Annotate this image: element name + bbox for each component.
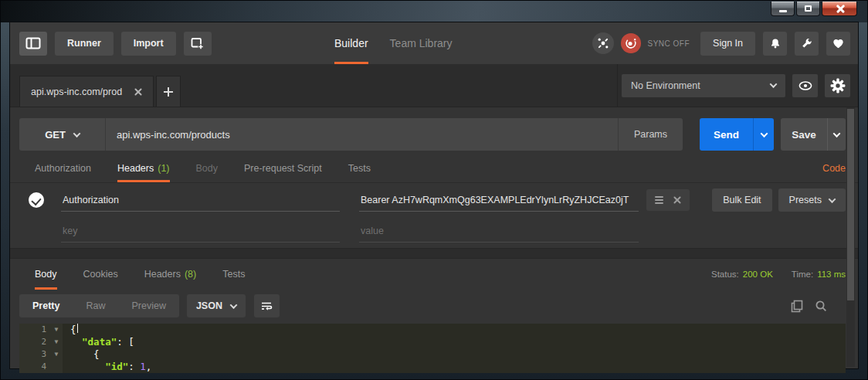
fold-toggle-icon[interactable]: ▼ <box>50 348 63 361</box>
favorites-button[interactable] <box>826 32 850 56</box>
time-value: 113 ms <box>817 270 846 279</box>
wrap-text-button[interactable] <box>254 294 280 317</box>
environment-preview-button[interactable] <box>792 74 818 97</box>
wrench-icon <box>801 38 812 49</box>
eye-icon <box>798 81 812 90</box>
generate-code-link[interactable]: Code <box>822 163 846 174</box>
tab-builder[interactable]: Builder <box>334 22 368 64</box>
time-label: Time: <box>792 270 813 279</box>
plus-icon <box>164 87 173 97</box>
chevron-down-icon <box>230 301 238 309</box>
header-enabled-checkbox[interactable] <box>29 192 44 208</box>
tab-headers[interactable]: Headers(1) <box>117 154 170 182</box>
view-mode-segmented-control: Pretty Raw Preview <box>19 294 179 317</box>
code-line: 4 "id": 1, <box>19 361 846 373</box>
window-controls <box>771 2 857 16</box>
copy-icon[interactable] <box>791 300 803 313</box>
chevron-down-icon <box>760 130 768 137</box>
new-window-button[interactable] <box>184 32 212 56</box>
header-key-input[interactable] <box>61 188 340 212</box>
text-cursor <box>77 324 79 333</box>
url-input[interactable] <box>106 118 618 151</box>
sync-off-icon <box>620 32 642 55</box>
environment-selector[interactable]: No Environment <box>622 74 785 97</box>
maximize-button[interactable] <box>796 2 820 16</box>
tab-body[interactable]: Body <box>196 154 219 182</box>
bulk-edit-button[interactable]: Bulk Edit <box>712 188 771 212</box>
headers-count-badge: (1) <box>158 163 169 174</box>
send-options-button[interactable] <box>753 118 774 151</box>
runner-button[interactable]: Runner <box>55 32 114 56</box>
header-right-group: SYNC OFF Sign In <box>592 32 850 56</box>
tab-tests[interactable]: Tests <box>348 154 371 182</box>
environment-settings-button[interactable] <box>825 74 850 97</box>
send-button[interactable]: Send <box>700 118 774 151</box>
status-badge: 200 OK <box>743 270 773 279</box>
bell-icon <box>770 38 781 49</box>
response-tab-cookies[interactable]: Cookies <box>83 259 118 290</box>
minimize-button[interactable] <box>771 2 795 16</box>
tab-authorization[interactable]: Authorization <box>35 154 91 182</box>
request-tab-active[interactable]: api.wps-inc.com/prod <box>19 76 154 107</box>
import-button[interactable]: Import <box>121 32 176 56</box>
code-line: 1▼{ <box>19 324 846 336</box>
response-tab-body[interactable]: Body <box>35 259 57 290</box>
notifications-button[interactable] <box>763 32 787 56</box>
window-titlebar[interactable] <box>1 1 867 22</box>
vertical-scrollbar[interactable] <box>846 107 855 367</box>
save-options-button[interactable] <box>827 118 846 151</box>
response-tab-tests[interactable]: Tests <box>222 259 245 290</box>
method-selector[interactable]: GET <box>19 118 106 151</box>
save-button[interactable]: Save <box>781 118 846 151</box>
scrollbar-thumb[interactable] <box>847 109 854 300</box>
chevron-down-icon <box>833 130 841 137</box>
new-header-value-input[interactable] <box>359 219 639 243</box>
interceptor-button[interactable] <box>592 32 614 54</box>
tab-pre-request-script[interactable]: Pre-request Script <box>244 154 322 182</box>
search-icon[interactable] <box>815 300 827 312</box>
settings-wrench-button[interactable] <box>795 32 819 56</box>
url-bar: GET Params <box>19 118 683 151</box>
view-mode-raw[interactable]: Raw <box>73 294 118 317</box>
drag-handle-icon[interactable] <box>655 196 663 204</box>
response-tab-headers[interactable]: Headers(8) <box>144 259 197 290</box>
close-button[interactable] <box>822 2 857 16</box>
request-editor-tabs: Authorization Headers(1) Body Pre-reques… <box>10 154 858 183</box>
params-button[interactable]: Params <box>618 118 683 151</box>
sidebar-layout-icon <box>25 37 41 49</box>
sidebar-toggle-button[interactable] <box>19 32 47 56</box>
main-nav: Builder Team Library <box>334 22 453 64</box>
new-tab-button[interactable] <box>156 76 181 107</box>
header-row: Bulk Edit Presets <box>19 185 846 215</box>
code-line: 2▼ "data": [ <box>19 336 846 348</box>
postman-window: Runner Import Builder Team Library SYNC … <box>0 0 868 380</box>
view-mode-preview[interactable]: Preview <box>118 294 178 317</box>
response-tabs: Body Cookies Headers(8) Tests Status: 20… <box>10 259 858 290</box>
status-label: Status: <box>711 270 739 279</box>
response-meta: Status: 200 OK Time: 113 ms <box>711 270 846 279</box>
headers-editor: Bulk Edit Presets <box>10 183 858 246</box>
new-header-key-input[interactable] <box>61 219 340 243</box>
header-row-controls <box>646 189 690 211</box>
fold-toggle-icon <box>50 361 63 373</box>
url-row: GET Params Send Save <box>19 118 846 151</box>
document-tabs: api.wps-inc.com/prod <box>10 64 617 107</box>
format-selector[interactable]: JSON <box>187 294 246 317</box>
sync-button[interactable] <box>620 32 642 54</box>
response-body-code[interactable]: 1▼{2▼ "data": [3▼ {4 "id": 1,5 "name": "… <box>19 324 846 373</box>
tab-team-library[interactable]: Team Library <box>390 22 453 64</box>
tab-strip: api.wps-inc.com/prod No Environment <box>10 64 858 107</box>
header-row-empty <box>19 215 846 246</box>
fold-toggle-icon[interactable]: ▼ <box>50 324 63 336</box>
response-viewer-toolbar: Pretty Raw Preview JSON <box>10 290 858 322</box>
close-tab-icon[interactable] <box>134 88 142 96</box>
delete-row-icon[interactable] <box>673 196 681 204</box>
view-mode-pretty[interactable]: Pretty <box>19 294 73 317</box>
new-window-icon <box>191 37 204 49</box>
presets-button[interactable]: Presets <box>778 188 846 212</box>
header-actions: Bulk Edit Presets <box>712 188 846 212</box>
chevron-down-icon <box>829 195 836 203</box>
header-value-input[interactable] <box>359 188 639 212</box>
sign-in-button[interactable]: Sign In <box>700 32 755 56</box>
fold-toggle-icon[interactable]: ▼ <box>50 336 63 348</box>
